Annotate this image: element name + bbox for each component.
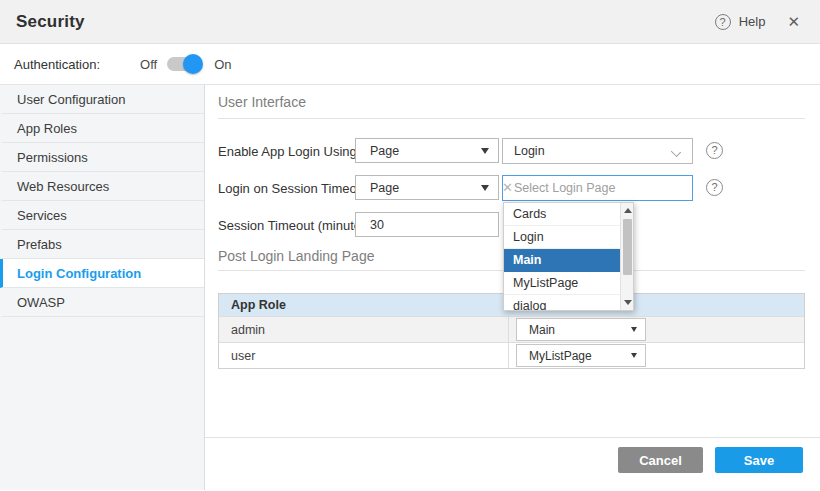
scroll-down-arrow-icon[interactable] — [624, 300, 632, 305]
help-link[interactable]: Help — [739, 14, 766, 29]
enable-app-login-label: Enable App Login Using: — [218, 144, 360, 159]
select-login-page-input[interactable] — [502, 175, 693, 201]
sidebar-item-prefabs[interactable]: Prefabs — [0, 230, 204, 259]
close-icon[interactable]: ✕ — [785, 11, 802, 33]
enable-login-type-select[interactable]: Page — [355, 138, 499, 163]
role-cell: admin — [219, 317, 509, 342]
enable-login-type-value: Page — [356, 144, 399, 158]
dropdown-arrow-icon — [631, 353, 637, 358]
table-row-admin: admin Main — [219, 316, 804, 342]
toggle-on-label: On — [214, 57, 231, 72]
dropdown-option-mylistpage[interactable]: MyListPage — [504, 272, 620, 295]
authentication-row: Authentication: Off On — [0, 44, 820, 85]
sidebar-item-services[interactable]: Services — [0, 201, 204, 230]
user-landing-page-value: MyListPage — [517, 349, 592, 363]
divider — [218, 118, 805, 119]
scrollbar-thumb[interactable] — [623, 219, 632, 275]
help-circle-icon[interactable]: ? — [706, 179, 723, 196]
dropdown-option-login[interactable]: Login — [504, 226, 620, 249]
enable-login-page-combobox[interactable]: Login — [502, 138, 693, 164]
toggle-knob-icon — [183, 54, 203, 74]
section-title-user-interface: User Interface — [218, 94, 306, 110]
dropdown-option-main[interactable]: Main — [504, 249, 620, 272]
session-timeout-type-select[interactable]: Page — [355, 175, 499, 200]
dropdown-arrow-icon — [481, 185, 489, 191]
sidebar-item-app-roles[interactable]: App Roles — [0, 114, 204, 143]
admin-landing-page-select[interactable]: Main — [516, 318, 646, 341]
sidebar-item-permissions[interactable]: Permissions — [0, 143, 204, 172]
save-button[interactable]: Save — [715, 447, 803, 473]
session-timeout-minutes-input[interactable] — [355, 212, 499, 237]
cancel-button[interactable]: Cancel — [618, 447, 703, 473]
divider — [205, 437, 820, 438]
dropdown-option-dialog[interactable]: dialog — [504, 295, 620, 311]
sidebar-item-login-configuration[interactable]: Login Configuration — [0, 259, 204, 288]
session-timeout-minutes-label: Session Timeout (minutes): — [218, 218, 376, 233]
authentication-label: Authentication: — [14, 57, 100, 72]
chevron-down-icon — [671, 147, 681, 157]
clear-icon[interactable]: ✕ — [502, 180, 513, 195]
toggle-off-label: Off — [140, 57, 157, 72]
scroll-up-arrow-icon[interactable] — [624, 208, 632, 213]
session-timeout-type-value: Page — [356, 181, 399, 195]
user-landing-page-select[interactable]: MyListPage — [516, 344, 646, 367]
authentication-toggle[interactable] — [167, 57, 200, 71]
section-title-post-login-landing-page: Post Login Landing Page — [218, 248, 374, 264]
sidebar-item-owasp[interactable]: OWASP — [0, 288, 204, 317]
admin-landing-page-value: Main — [517, 323, 555, 337]
enable-app-login-row: Enable App Login Using: Page Login ? — [205, 138, 820, 164]
sidebar: User Configuration App Roles Permissions… — [0, 85, 205, 490]
role-cell: user — [219, 343, 509, 368]
help-icon[interactable]: ? — [715, 14, 731, 30]
page-title: Security — [16, 12, 85, 32]
help-circle-icon[interactable]: ? — [706, 142, 723, 159]
dropdown-arrow-icon — [481, 148, 489, 154]
titlebar: Security ? Help ✕ — [0, 0, 820, 44]
login-configuration-panel: User Interface Enable App Login Using: P… — [205, 85, 820, 490]
dropdown-option-cards[interactable]: Cards — [504, 203, 620, 226]
enable-login-page-value: Login — [503, 144, 545, 158]
table-row-user: user MyListPage — [219, 342, 804, 368]
sidebar-item-web-resources[interactable]: Web Resources — [0, 172, 204, 201]
dropdown-arrow-icon — [631, 327, 637, 332]
dropdown-scrollbar[interactable] — [620, 203, 633, 310]
login-on-session-timeout-row: Login on Session Timeout: Page ✕ ? — [205, 175, 820, 201]
login-page-dropdown-list: Cards Login Main MyListPage dialog — [503, 202, 634, 311]
sidebar-item-user-configuration[interactable]: User Configuration — [0, 85, 204, 114]
login-session-timeout-label: Login on Session Timeout: — [218, 181, 371, 196]
